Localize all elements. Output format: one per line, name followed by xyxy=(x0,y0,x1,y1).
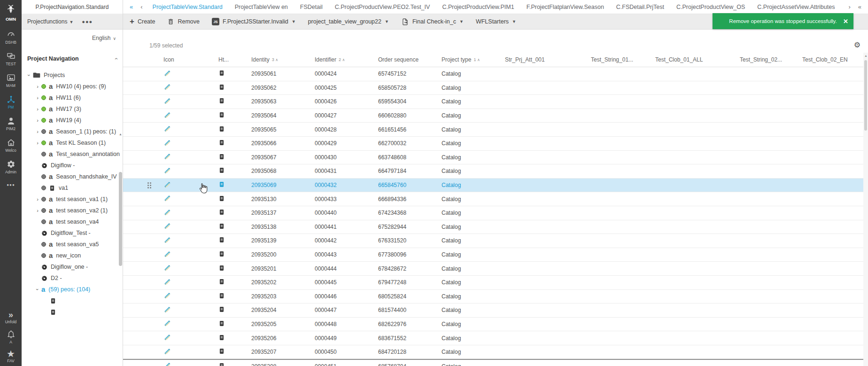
column-header-order_sequence[interactable]: Order sequence xyxy=(373,56,437,63)
tab-3[interactable]: FSDetail xyxy=(294,4,329,10)
f-projectjsstarter-invalid-dropdown[interactable]: JSF.ProjectJSStarter.Invalid▼ xyxy=(212,18,296,25)
table-row-20935068[interactable]: 209350680000431664797184Catalog xyxy=(123,164,868,179)
final-check-in-c-dropdown[interactable]: Final Check-in_c▼ xyxy=(401,18,464,26)
tree-item-hw10-4-peos-9[interactable]: ›aHW10 (4) peos: (9) xyxy=(22,81,123,92)
tree-item-test-season-va1-1[interactable]: ›atest season_va1 (1) xyxy=(22,194,123,205)
table-row-20935206[interactable]: 209352060000449683671552Catalog xyxy=(123,331,868,345)
table-row-20935202[interactable]: 209352020000445679477248Catalog xyxy=(123,276,868,290)
table-row-20935061[interactable]: 209350610000424657457152Catalog xyxy=(123,67,868,81)
table-row-20935066[interactable]: 209350660000429662700032Catalog xyxy=(123,137,868,151)
tree-item-season-1-1-peos-1[interactable]: ›aSeason_1 (1) peos: (1) xyxy=(22,126,123,137)
collapse-panel-icon[interactable]: › xyxy=(113,58,119,60)
tree-item-test-season-va5[interactable]: atest season_va5 xyxy=(22,239,123,250)
scroll-tabs-start-icon[interactable]: « xyxy=(126,3,137,10)
chevron-right-icon[interactable]: › xyxy=(34,196,41,202)
chevron-right-icon[interactable]: › xyxy=(34,140,41,146)
table-row-20935200[interactable]: 209352000000443677380096Catalog xyxy=(123,248,868,262)
language-dropdown[interactable]: English∨ xyxy=(92,35,116,41)
tree-item[interactable] xyxy=(22,306,123,315)
chevron-down-icon[interactable]: › xyxy=(35,286,40,293)
tab-5[interactable]: C.ProjectProductView.PIM1 xyxy=(436,4,520,10)
column-header-test_string_01[interactable]: Test_String_01... xyxy=(586,56,651,63)
tree-item-hw11-6[interactable]: ›aHW11 (6) xyxy=(22,92,123,103)
table-row-20935139[interactable]: 209351390000442676331520Catalog xyxy=(123,234,868,248)
table-row-20935137[interactable]: 209351370000440674234368Catalog xyxy=(123,206,868,220)
tree-item-season-handshake-iv[interactable]: aSeason_handshake_IV xyxy=(22,171,123,182)
rail-item-pim2[interactable]: PIM2 xyxy=(0,117,22,131)
rail-item-dshb[interactable]: DSHB xyxy=(0,30,22,45)
app-logo[interactable]: OMN xyxy=(6,4,16,22)
tree-item-test-season-va2-1[interactable]: ›atest season_va2 (1) xyxy=(22,205,123,216)
tree-item-test-kl-season-1[interactable]: ›aTest KL Season (1) xyxy=(22,137,123,148)
column-header-project_type[interactable]: Project type1 ∧ xyxy=(437,56,500,63)
scroll-tabs-right-icon[interactable]: › xyxy=(845,3,854,10)
tree-item-hw19-4[interactable]: ›aHW19 (4) xyxy=(22,115,123,126)
tab-2[interactable]: ProjectTableView en xyxy=(229,4,294,10)
table-row-20935207[interactable]: 209352070000450684720128Catalog xyxy=(123,345,868,359)
tab-1[interactable]: ProjectTableView.Standard xyxy=(147,4,229,10)
column-header-test_clob_02[interactable]: Test_Clob_02_EN xyxy=(798,56,863,63)
column-header-test_string_02[interactable]: Test_String_02... xyxy=(735,56,798,63)
table-row-20935130[interactable]: 209351300000433666894336Catalog xyxy=(123,192,868,206)
table-row-20935065[interactable]: 209350650000428661651456Catalog xyxy=(123,123,868,137)
column-header-ht[interactable]: Ht... xyxy=(214,56,247,63)
tree-item-new-icon[interactable]: anew_icon xyxy=(22,250,123,261)
tree-item[interactable] xyxy=(22,295,123,306)
wflstarters-dropdown[interactable]: WFLStarters▼ xyxy=(476,18,516,25)
tree-item-d2[interactable]: D2 - xyxy=(22,273,123,284)
tree-scrollbar[interactable]: ▲ xyxy=(118,131,123,315)
tab-6[interactable]: F.ProjectFlatplanView.Season xyxy=(520,4,610,10)
rail-item-test[interactable]: TEST xyxy=(0,52,22,66)
column-header-test_clob_01[interactable]: Test_Clob_01_ALL xyxy=(651,56,735,63)
tree-scrollbar-thumb[interactable] xyxy=(119,172,122,266)
drag-handle-icon[interactable] xyxy=(147,182,151,188)
rail-item-mam[interactable]: MAM xyxy=(0,73,22,88)
tree-item-59-peos-104[interactable]: ›a(59) peos: (104) xyxy=(22,284,123,295)
chevron-right-icon[interactable]: › xyxy=(34,208,41,213)
table-row-20935205[interactable]: 209352050000448682622976Catalog xyxy=(123,318,868,332)
table-row-20935201[interactable]: 209352010000444678428672Catalog xyxy=(123,262,868,276)
rail-item-unfold[interactable]: »Unfold xyxy=(0,311,22,324)
create-button[interactable]: +Create xyxy=(130,18,155,25)
table-row-20935064[interactable]: 209350640000427660602880Catalog xyxy=(123,109,868,123)
table-row-20935204[interactable]: 209352040000447681574400Catalog xyxy=(123,304,868,318)
tree-item-test-season-annotation[interactable]: aTest_season_annotation xyxy=(22,148,123,160)
table-scrollbar-thumb[interactable] xyxy=(864,60,867,131)
remove-button[interactable]: Remove xyxy=(167,18,200,25)
projectfunctions-dropdown[interactable]: Projectfunctions▼ xyxy=(27,18,73,25)
table-row-20935203[interactable]: 209352030000446680525824Catalog xyxy=(123,290,868,304)
table-scrollbar[interactable]: ▲ xyxy=(863,53,868,366)
chevron-right-icon[interactable]: › xyxy=(34,106,41,112)
rail-item-pm[interactable]: PM xyxy=(0,95,22,109)
tree-item-projects[interactable]: ›Projects xyxy=(22,70,123,81)
collapse-tabs-icon[interactable]: « xyxy=(854,3,865,10)
tab-4[interactable]: C.ProjectProductView.PEO2.Test_IV xyxy=(329,4,436,10)
tree-item-digitflow-test[interactable]: Digitflow_Test - xyxy=(22,227,123,239)
more-functions-button[interactable]: ●●● xyxy=(82,19,93,24)
chevron-right-icon[interactable]: › xyxy=(34,129,41,134)
column-header-icon[interactable]: Icon xyxy=(159,56,214,63)
tree-item-va1[interactable]: va1 xyxy=(22,182,123,194)
tree-item-digiflow-one[interactable]: Digiflow_one - xyxy=(22,261,123,273)
rail-item-admin[interactable]: Admin xyxy=(0,160,22,174)
scroll-up-icon[interactable]: ▲ xyxy=(119,132,122,136)
column-header-str_prj_att_001[interactable]: Str_Prj_Att_001 xyxy=(500,56,586,63)
rail-item-welco[interactable]: Welco xyxy=(0,138,22,153)
close-icon[interactable]: ✕ xyxy=(843,18,848,25)
chevron-right-icon[interactable]: › xyxy=(34,117,41,123)
scroll-tabs-left-icon[interactable]: ‹ xyxy=(137,3,146,10)
tree-item-digiflow[interactable]: Digiflow - xyxy=(22,160,123,171)
tab-7[interactable]: C.FSDetail.PrjTest xyxy=(610,4,670,10)
table-row-20935069[interactable]: 209350690000432665845760Catalog xyxy=(123,179,868,193)
table-row-20935063[interactable]: 209350630000426659554304Catalog xyxy=(123,95,868,109)
table-row-20935062[interactable]: 209350620000425658505728Catalog xyxy=(123,81,868,95)
chevron-right-icon[interactable]: › xyxy=(34,84,41,89)
tab-9[interactable]: C.ProjectAssetView.Attributes xyxy=(751,4,841,10)
chevron-down-icon[interactable]: › xyxy=(26,71,32,79)
tab-8[interactable]: C.ProjectProductView_OS xyxy=(670,4,751,10)
tree-item-hw17-3[interactable]: ›aHW17 (3) xyxy=(22,103,123,115)
rail-item-fav[interactable]: ★FAV xyxy=(0,350,22,363)
rail-item-alerts[interactable]: A xyxy=(0,330,22,344)
table-row-20935067[interactable]: 209350670000430663748608Catalog xyxy=(123,151,868,165)
table-settings-gear-icon[interactable]: ⚙ xyxy=(854,41,860,49)
